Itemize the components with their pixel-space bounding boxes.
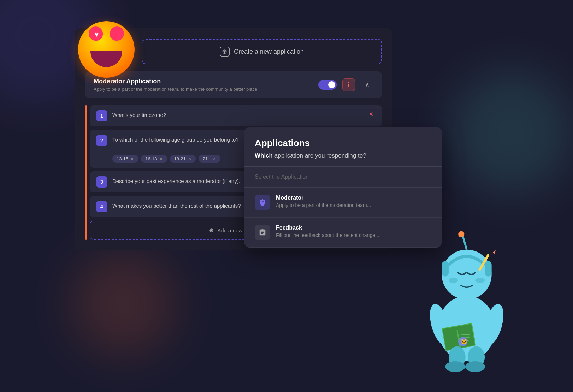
- add-question-plus-icon: ⊕: [209, 227, 214, 233]
- robot-character: 🐱: [407, 198, 527, 374]
- svg-point-7: [475, 278, 485, 283]
- svg-text:🐱: 🐱: [461, 338, 467, 345]
- question-num-4: 4: [96, 201, 107, 212]
- create-new-label: Create a new application: [234, 48, 304, 55]
- question-text-1: What's your timezone?: [112, 110, 362, 118]
- collapse-button[interactable]: ∧: [361, 78, 373, 91]
- age-tags-row: 13-15 ✕ 16-18 ✕ 18-21 ✕ 21+: [112, 155, 220, 163]
- moderator-app-name: Moderator Application: [94, 78, 259, 85]
- shield-icon: [255, 195, 270, 210]
- tag-close-1618[interactable]: ✕: [159, 156, 163, 161]
- age-tag-1618[interactable]: 16-18 ✕: [141, 155, 167, 163]
- panel-subtitle: Which application are you responding to?: [255, 152, 431, 159]
- emoji-right-eye: [110, 28, 122, 41]
- emoji-left-eye: [90, 28, 103, 41]
- age-tag-1315[interactable]: 13-15 ✕: [112, 155, 138, 163]
- emoji-character: [78, 21, 135, 78]
- question-num-3: 3: [96, 176, 107, 188]
- tag-close-1821[interactable]: ✕: [188, 156, 191, 161]
- svg-point-20: [445, 361, 465, 372]
- moderator-app-controls: 🗑 ∧: [318, 78, 373, 91]
- moderator-option-name: Moderator: [276, 195, 371, 201]
- panel-title: Applications: [255, 138, 431, 149]
- age-tag-21plus[interactable]: 21+ ✕: [199, 155, 220, 163]
- moderator-option-content: Moderator Apply to be a part of the mode…: [276, 195, 371, 208]
- panel-subtitle-bold: Which: [255, 152, 273, 159]
- moderator-app-description: Apply to be a part of the moderation tea…: [94, 87, 259, 92]
- toggle-switch[interactable]: [318, 80, 337, 90]
- select-placeholder: Select the Application: [244, 167, 442, 188]
- tag-close-1315[interactable]: ✕: [130, 156, 134, 161]
- delete-app-button[interactable]: 🗑: [342, 78, 355, 91]
- plus-square-icon: ⊕: [220, 47, 230, 57]
- svg-marker-23: [493, 249, 497, 254]
- age-tag-1821[interactable]: 18-21 ✕: [170, 155, 196, 163]
- svg-rect-2: [442, 261, 449, 276]
- svg-line-4: [463, 236, 467, 250]
- question-num-1: 1: [96, 110, 107, 121]
- svg-point-6: [449, 278, 458, 283]
- svg-rect-3: [485, 261, 492, 276]
- question-item-1: 1 What's your timezone? ✕: [90, 105, 382, 126]
- panel-subtitle-rest: application are you responding to?: [273, 152, 366, 159]
- panel-header: Applications Which application are you r…: [244, 127, 442, 166]
- moderator-app-info: Moderator Application Apply to be a part…: [94, 78, 259, 92]
- svg-point-5: [458, 231, 464, 237]
- svg-point-21: [465, 361, 485, 372]
- create-new-button[interactable]: ⊕ Create a new application: [142, 39, 382, 64]
- feedback-option-desc: Fill our the feedback about the recent c…: [276, 232, 379, 238]
- moderator-app-card: Moderator Application Apply to be a part…: [85, 71, 382, 98]
- tag-close-21plus[interactable]: ✕: [213, 156, 216, 161]
- moderator-option-desc: Apply to be a part of the moderation tea…: [276, 202, 371, 208]
- feedback-option-name: Feedback: [276, 225, 379, 231]
- emoji-smile: [90, 51, 122, 67]
- question-num-2: 2: [96, 135, 107, 146]
- question-close-1[interactable]: ✕: [367, 110, 376, 118]
- feedback-option-content: Feedback Fill our the feedback about the…: [276, 225, 379, 238]
- clipboard-icon: [255, 225, 270, 240]
